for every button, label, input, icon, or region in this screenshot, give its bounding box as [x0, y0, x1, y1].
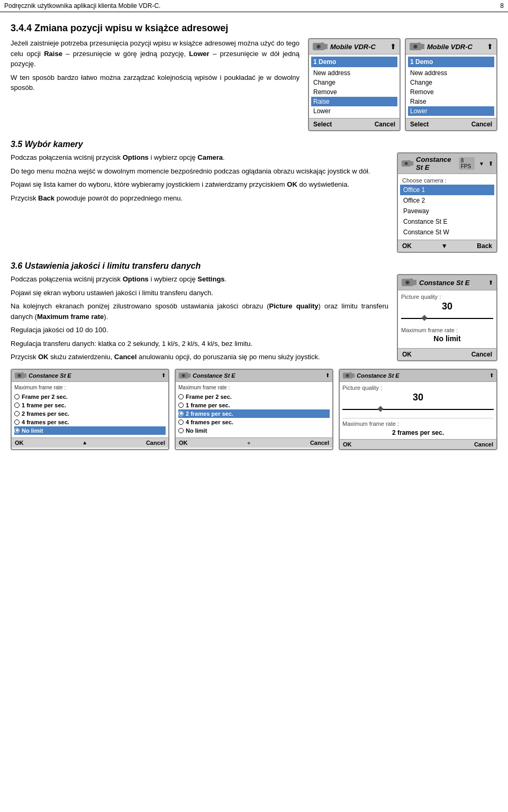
- radio-circle: [14, 394, 20, 399]
- radio-circle: [14, 411, 20, 416]
- menu-item-lower-2[interactable]: Lower: [408, 106, 494, 116]
- svg-point-17: [406, 281, 409, 284]
- radio-4fps-2[interactable]: 4 frames per sec.: [178, 418, 330, 426]
- radio-circle: [178, 394, 184, 399]
- signal-icon-35: ⬆: [488, 160, 493, 167]
- camera-icon-b1: [14, 371, 27, 380]
- bottom-phone-1-body: Maximum frame rate : Frame per 2 sec. 1 …: [12, 382, 168, 437]
- section-36-para6: Przycisk OK służu zatwierdzeniu, Cancel …: [11, 352, 388, 362]
- menu-item-remove-2[interactable]: Remove: [408, 87, 494, 97]
- fps-badge: 8 FPS: [459, 157, 475, 170]
- phone-344-1-title: Mobile VDR-C: [330, 43, 376, 51]
- phone-344-1-select[interactable]: Select: [313, 121, 332, 128]
- section-36-text: Podczas połączenia wciśnij przycisk Opti…: [11, 274, 388, 362]
- radio-circle: [178, 403, 184, 408]
- radio-4fps-1[interactable]: 4 frames per sec.: [14, 418, 166, 426]
- phone-344-2-select[interactable]: Select: [410, 121, 429, 128]
- section-35-text: Podczas połączenia wciśnij przycisk Opti…: [11, 152, 388, 253]
- camera-item-office1[interactable]: Office 1: [400, 185, 494, 195]
- svg-rect-8: [418, 42, 420, 44]
- svg-rect-34: [352, 373, 355, 378]
- radio-1fps-2[interactable]: 1 frame per sec.: [178, 401, 330, 409]
- settings-ok-button[interactable]: OK: [402, 351, 412, 358]
- camera-icon-1: [312, 41, 328, 52]
- svg-point-7: [414, 45, 416, 48]
- radio-nolimit-1[interactable]: No limit: [14, 426, 166, 435]
- radio-1fps-1[interactable]: 1 frame per sec.: [14, 401, 166, 409]
- menu-item-raise-2[interactable]: Raise: [408, 97, 494, 106]
- settings-cancel-button[interactable]: Cancel: [471, 351, 492, 358]
- signal-icon-2: ⬆: [487, 42, 493, 51]
- bottom-phone-3-footer: OK Cancel: [340, 439, 496, 449]
- svg-rect-33: [350, 372, 351, 373]
- section-36-para3: Na kolejnych ekranach poniżej zilustrowa…: [11, 301, 388, 322]
- slider-thumb[interactable]: [377, 406, 383, 412]
- bottom-phone-1-header: Constance St E ⬆: [12, 370, 168, 382]
- camera-icon-b2: [178, 371, 191, 380]
- page-header: Podręcznik użytkownika aplikacji klienta…: [0, 0, 508, 12]
- bp1-ok[interactable]: OK: [15, 440, 24, 446]
- camera-back-button[interactable]: Back: [477, 242, 492, 250]
- bottom-phone-2-header: Constance St E ⬆: [176, 370, 332, 382]
- section-35-heading: 3.5 Wybór kamery: [11, 140, 497, 149]
- section-36-para2: Pojawi się ekran wyboru ustawień jakości…: [11, 288, 388, 298]
- radio-2fps-1[interactable]: 2 frames per sec.: [14, 409, 166, 418]
- section-344-heading: 3.4.4 Zmiana pozycji wpisu w książce adr…: [11, 23, 497, 34]
- camera-icon-36: [401, 277, 417, 288]
- bp1-cancel[interactable]: Cancel: [146, 440, 165, 446]
- radio-nolimit-2[interactable]: No limit: [178, 426, 330, 435]
- section-35-para1: Podczas połączenia wciśnij przycisk Opti…: [11, 152, 388, 163]
- phone-344-2-footer: Select Cancel: [406, 118, 496, 130]
- settings-device: Constance St E ⬆ Picture quality : 30 Ma…: [397, 274, 497, 362]
- slider-thumb[interactable]: [421, 315, 427, 321]
- bp3-slider[interactable]: [342, 405, 494, 413]
- camera-item-constance-w[interactable]: Constance St W: [400, 227, 494, 238]
- camera-item-constance-e[interactable]: Constance St E: [400, 216, 494, 227]
- phone-344-1-cancel[interactable]: Cancel: [375, 121, 395, 128]
- signal-b2: ⬆: [325, 372, 330, 378]
- section-344: 3.4.4 Zmiana pozycji wpisu w książce adr…: [11, 23, 497, 131]
- svg-rect-14: [411, 161, 414, 166]
- camera-item-office2[interactable]: Office 2: [400, 195, 494, 206]
- menu-item-new-address-2[interactable]: New address: [408, 68, 494, 78]
- slider-line: [342, 409, 494, 410]
- menu-item-remove-1[interactable]: Remove: [311, 87, 397, 97]
- section-344-row: Jeżeli zaistnieje potrzeba przesunięcia …: [11, 38, 497, 131]
- menu-item-new-address-1[interactable]: New address: [311, 68, 397, 78]
- camera-device: Constance St E 8 FPS ▼ ⬆ Choose camera :…: [397, 152, 497, 253]
- radio-label: 1 frame per sec.: [186, 402, 230, 408]
- bp2-ok[interactable]: OK: [179, 440, 188, 446]
- quality-slider[interactable]: [401, 314, 493, 322]
- menu-item-change-2[interactable]: Change: [408, 78, 494, 87]
- bp3-ok[interactable]: OK: [343, 441, 352, 448]
- menu-item-raise-1[interactable]: Raise: [311, 97, 397, 106]
- radio-circle: [178, 428, 184, 433]
- svg-rect-13: [409, 160, 410, 162]
- bottom-phone-3-title: Constance St E: [357, 372, 400, 379]
- svg-point-12: [405, 162, 407, 164]
- svg-point-2: [318, 45, 320, 48]
- camera-ok-button[interactable]: OK: [402, 242, 412, 250]
- signal-b1: ⬆: [161, 372, 166, 378]
- signal-b3: ⬆: [489, 372, 494, 378]
- quality-value: 30: [401, 301, 493, 312]
- bp3-quality-value: 30: [342, 392, 494, 403]
- bottom-phone-2: Constance St E ⬆ Maximum frame rate : Fr…: [175, 369, 333, 450]
- camera-phone-body: Choose camera : Office 1 Office 2 Pavewa…: [398, 174, 496, 240]
- settings-phone-title: Constance St E: [419, 279, 469, 287]
- radio-frame2sec-2[interactable]: Frame per 2 sec.: [178, 393, 330, 401]
- bp3-cancel[interactable]: Cancel: [474, 441, 493, 448]
- radio-2fps-2[interactable]: 2 frames per sec.: [178, 409, 330, 418]
- phone-344-2-cancel[interactable]: Cancel: [471, 121, 492, 128]
- bottom-phone-2-label: Maximum frame rate :: [178, 385, 330, 390]
- radio-frame2sec-1[interactable]: Frame per 2 sec.: [14, 393, 166, 401]
- phone-344-1: Mobile VDR-C ⬆ 1 Demo New address Change…: [308, 38, 401, 131]
- camera-icon-b3: [342, 371, 355, 380]
- menu-item-change-1[interactable]: Change: [311, 78, 397, 87]
- phone-344-2-header: Mobile VDR-C ⬆: [406, 39, 496, 54]
- camera-item-paveway[interactable]: Paveway: [400, 206, 494, 216]
- bp2-cancel[interactable]: Cancel: [310, 440, 329, 446]
- camera-phone: Constance St E 8 FPS ▼ ⬆ Choose camera :…: [397, 152, 497, 253]
- menu-item-lower-1[interactable]: Lower: [311, 106, 397, 116]
- phone-344-2: Mobile VDR-C ⬆ 1 Demo New address Change…: [405, 38, 497, 131]
